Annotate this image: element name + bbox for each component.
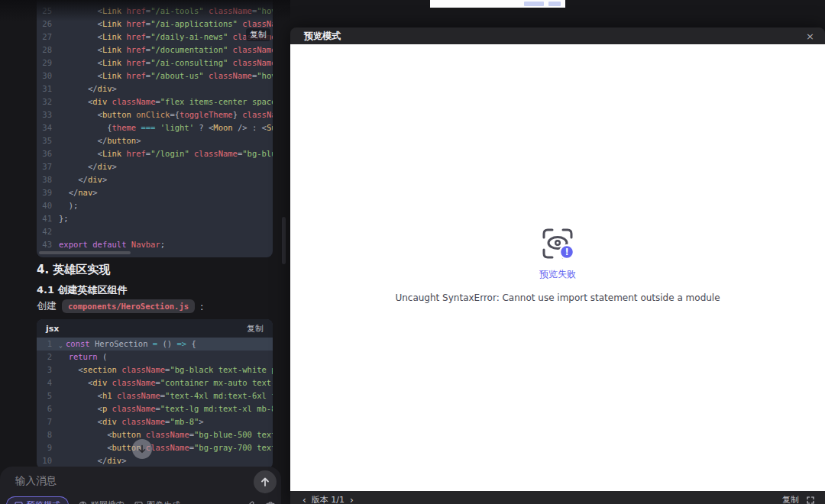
svg-text:!: ! [565, 247, 568, 257]
chat-scrollbar-thumb[interactable] [282, 217, 286, 264]
popup-glyph-fragment [524, 2, 544, 6]
code-line: 31 </div> [37, 82, 273, 95]
code-text: </div> [59, 160, 273, 173]
line-number: 39 [37, 186, 52, 199]
code-text: return ( [59, 351, 273, 363]
close-icon[interactable]: × [806, 31, 814, 41]
code-text: </div> [59, 82, 273, 95]
code-line: 26 <Link href="/ai-applications" classNa… [37, 18, 273, 31]
code-text: ); [59, 199, 273, 212]
message-composer: 输入消息 预览模式 联网搜索 [0, 467, 281, 504]
preview-error-state: ! 预览失败 Uncaught SyntaxError: Cannot use … [290, 226, 825, 303]
code-text: {theme === 'light' ? <Moon /> : <Sun />} [59, 121, 273, 134]
code-line: 8 <button className="bg-blue-500 text-wh… [37, 428, 273, 441]
web-search-toggle[interactable]: 联网搜索 [79, 499, 125, 504]
code-text: <h1 className="text-4xl md:text-6xl font… [59, 389, 273, 402]
code-line: 34 {theme === 'light' ? <Moon /> : <Sun … [37, 121, 273, 134]
sub-heading: 4.1 创建英雄区组件 [37, 283, 128, 297]
composer-toolbar: 预览模式 联网搜索 图像生成 [6, 496, 275, 504]
code-text: <section className="bg-black text-white … [59, 363, 273, 376]
code-text: <Link href="/daily-ai-news" className="h… [59, 31, 273, 44]
code-text: <div className="flex items-center space-… [59, 95, 273, 108]
preview-failed-link[interactable]: 预览失败 [539, 268, 576, 281]
code-text: }; [59, 212, 273, 225]
panel-title: 预览模式 [304, 30, 341, 43]
code-line: 27 <Link href="/daily-ai-news" className… [37, 31, 273, 44]
line-number: 31 [37, 82, 52, 95]
code-block-navbar: 25 <Link href="/ai-tools" className="hov… [37, 0, 273, 257]
version-next-button[interactable]: › [350, 495, 354, 504]
line-number: 2 [37, 351, 52, 363]
code-line: 38 </div> [37, 173, 273, 186]
code-line: 29 <Link href="/ai-consulting" className… [37, 57, 273, 69]
line-number: 7 [37, 415, 52, 428]
code-line: 9 <button className="bg-gray-700 text-wh… [37, 441, 273, 454]
paperclip-icon [247, 501, 256, 504]
copy-button[interactable]: 复制 [782, 494, 799, 504]
code-line: 40 ); [37, 199, 273, 212]
code-line: 36 <Link href="/login" className="bg-blu… [37, 147, 273, 160]
message-input[interactable]: 输入消息 [15, 474, 244, 488]
horizontal-scrollbar[interactable] [39, 251, 131, 254]
camera-button[interactable] [266, 501, 275, 504]
code-text: <button onClick={toggleTheme} className=… [59, 108, 273, 121]
scroll-to-bottom-button[interactable] [132, 439, 152, 459]
version-navigation: ‹ 版本 1/1 › [302, 494, 354, 504]
line-number: 1 [37, 338, 52, 351]
preview-error-icon: ! [540, 226, 575, 261]
version-label: 版本 1/1 [312, 494, 345, 504]
line-number: 29 [37, 57, 52, 69]
code-line: 6 <p className="text-lg md:text-xl mb-8"… [37, 402, 273, 415]
copy-code-button[interactable]: 复制 [246, 28, 270, 41]
section-heading: 4. 英雄区实现 [37, 263, 110, 277]
fold-chevron-icon[interactable]: ⌄ [59, 339, 65, 352]
line-number: 9 [37, 441, 52, 454]
create-label: 创建 [37, 299, 57, 313]
error-message: Uncaught SyntaxError: Cannot use import … [395, 292, 720, 303]
image-generation-toggle[interactable]: 图像生成 [134, 499, 180, 504]
preview-mode-toggle[interactable]: 预览模式 [6, 496, 69, 504]
footer-actions: 复制 [782, 494, 814, 504]
line-number: 38 [37, 173, 52, 186]
code-language-label: jsx [46, 324, 59, 334]
code-line: 1⌄const HeroSection = () => { [37, 338, 273, 351]
code-text: <Link href="/about-us" className="hover:… [59, 69, 273, 82]
send-button[interactable] [254, 470, 277, 493]
monitor-icon [15, 501, 23, 504]
inline-code-filename: components/HeroSection.js [62, 299, 195, 313]
copy-code-button[interactable]: 复制 [247, 323, 264, 334]
image-generation-label: 图像生成 [147, 499, 180, 504]
code-text: <div className="container mx-auto text-c… [59, 376, 273, 389]
preview-content: ! 预览失败 Uncaught SyntaxError: Cannot use … [290, 44, 825, 491]
code-line: 41}; [37, 212, 273, 225]
attach-button[interactable] [247, 501, 256, 504]
fullscreen-icon[interactable] [807, 496, 814, 504]
line-number: 36 [37, 147, 52, 160]
line-number: 5 [37, 389, 52, 402]
code-text: <Link href="/login" className="bg-blue-5… [59, 147, 273, 160]
code-lines: 1⌄const HeroSection = () => {2 return (3… [37, 338, 273, 467]
line-number: 40 [37, 199, 52, 212]
code-line: 25 <Link href="/ai-tools" className="hov… [37, 5, 273, 18]
line-number: 37 [37, 160, 52, 173]
image-icon [134, 501, 143, 504]
code-text: export default Navbar; [59, 238, 273, 251]
cutoff-popup-fragment [430, 0, 565, 8]
code-line: 43export default Navbar; [37, 238, 273, 251]
line-number: 32 [37, 95, 52, 108]
preview-mode-label: 预览模式 [27, 499, 60, 504]
code-line: 42 [37, 225, 273, 238]
code-block-herosection: jsx 复制 1⌄const HeroSection = () => {2 re… [37, 319, 273, 469]
code-line: 33 <button onClick={toggleTheme} classNa… [37, 108, 273, 121]
code-line: 32 <div className="flex items-center spa… [37, 95, 273, 108]
code-text: <button className="bg-blue-500 text-whit… [59, 428, 273, 441]
code-line: 4 <div className="container mx-auto text… [37, 376, 273, 389]
line-number: 41 [37, 212, 52, 225]
code-text: </div> [59, 173, 273, 186]
version-prev-button[interactable]: ‹ [302, 495, 306, 504]
code-line: 28 <Link href="/documentation" className… [37, 44, 273, 57]
code-line: 3 <section className="bg-black text-whit… [37, 363, 273, 376]
code-text: </div> [59, 454, 273, 467]
code-text: const HeroSection = () => { [66, 338, 273, 351]
down-arrow-icon [138, 444, 147, 454]
